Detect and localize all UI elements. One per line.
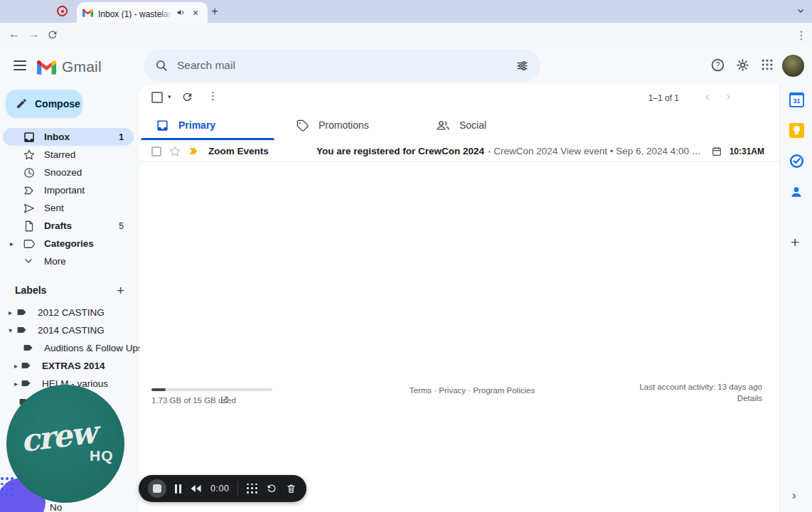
calendar-icon[interactable]: 31 xyxy=(789,92,804,107)
get-add-ons-icon[interactable]: + xyxy=(791,234,799,251)
tasks-icon[interactable] xyxy=(789,154,804,169)
browser-toolbar: ← → mail.google.com/mail/u/3/#inbox ⋮ xyxy=(0,23,812,47)
inbox-icon xyxy=(23,131,36,144)
sidebar-item-inbox[interactable]: Inbox 1 xyxy=(3,128,134,146)
storage-progress-fill xyxy=(151,388,166,391)
chevron-right-icon[interactable]: ▸ xyxy=(10,240,14,247)
tab-primary[interactable]: Primary xyxy=(139,110,279,140)
pagination-label: 1–1 of 1 xyxy=(648,93,679,103)
account-avatar[interactable] xyxy=(782,55,804,77)
sidebar-item-sent[interactable]: Sent xyxy=(3,199,134,217)
crew-script-text: crew xyxy=(18,415,97,459)
legal-links[interactable]: Terms · Privacy · Program Policies xyxy=(401,386,543,395)
settings-gear-icon[interactable] xyxy=(735,58,751,73)
keep-icon[interactable] xyxy=(789,123,804,138)
email-subject-line: You are registered for CrewCon 2024 - Cr… xyxy=(316,146,705,156)
gmail-favicon-icon xyxy=(82,9,93,17)
browser-tab-strip: Inbox (1) - wastelanderpa × + xyxy=(0,0,812,23)
search-bar[interactable] xyxy=(144,49,540,82)
older-page-icon[interactable]: › xyxy=(727,90,730,103)
tab-social[interactable]: Social xyxy=(420,110,560,140)
new-tab-button[interactable]: + xyxy=(211,4,218,18)
tab-audio-icon[interactable] xyxy=(176,8,186,17)
pause-recording-icon[interactable] xyxy=(175,484,181,494)
apps-grid-icon[interactable] xyxy=(760,58,776,73)
chevron-right-icon[interactable]: ▸ xyxy=(9,309,12,316)
storage-progress xyxy=(151,388,272,391)
tab-search-icon[interactable] xyxy=(796,6,805,15)
sidebar-item-snoozed[interactable]: Snoozed xyxy=(3,164,134,181)
clock-icon xyxy=(23,166,36,179)
rewind-icon[interactable] xyxy=(190,484,202,494)
primary-inbox-icon xyxy=(156,119,169,132)
sidebar-item-drafts[interactable]: Drafts 5 xyxy=(3,217,134,235)
labels-heading: Labels xyxy=(15,284,46,296)
browser-tab[interactable]: Inbox (1) - wastelanderpa × xyxy=(77,2,208,23)
categories-tag-icon xyxy=(23,238,36,250)
side-panel-divider xyxy=(779,85,780,512)
details-link[interactable]: Details xyxy=(737,394,762,402)
promotions-tag-icon xyxy=(296,119,309,132)
stop-recording-button[interactable] xyxy=(148,479,166,498)
send-icon xyxy=(23,202,36,215)
email-subject: You are registered for CrewCon 2024 xyxy=(316,146,484,156)
importance-marker-icon[interactable] xyxy=(188,145,200,157)
collapse-panel-icon[interactable]: › xyxy=(792,489,796,503)
label-2014-casting[interactable]: ▾ 2014 CASTING xyxy=(9,322,105,338)
chevron-down-icon[interactable]: ▾ xyxy=(9,326,12,334)
tab-title: Inbox (1) - wastelanderpa xyxy=(98,7,172,18)
sidebar-item-categories[interactable]: ▸ Categories xyxy=(3,235,134,252)
chevron-down-icon xyxy=(23,255,36,268)
list-toolbar: ▾ ⋮ 1–1 of 1 ‹ › xyxy=(139,85,780,110)
recorder-apps-grid-icon[interactable] xyxy=(247,484,257,494)
newer-page-icon[interactable]: ‹ xyxy=(705,90,709,103)
create-label-icon[interactable]: + xyxy=(117,283,124,299)
star-icon xyxy=(23,149,36,161)
search-input[interactable] xyxy=(177,59,515,72)
important-marker-icon xyxy=(23,184,36,197)
label-tag-icon xyxy=(21,378,32,389)
chevron-right-icon[interactable]: ▸ xyxy=(14,380,18,388)
draft-icon xyxy=(23,220,36,233)
more-options-icon[interactable]: ⋮ xyxy=(208,90,218,102)
star-toggle-icon[interactable] xyxy=(169,145,181,158)
back-icon[interactable]: ← xyxy=(9,28,20,41)
search-icon[interactable] xyxy=(155,59,169,73)
compose-button[interactable]: Compose xyxy=(6,90,82,117)
recorder-divider xyxy=(237,481,238,496)
sidebar-item-starred[interactable]: Starred xyxy=(3,146,134,164)
browser-menu-icon[interactable]: ⋮ xyxy=(796,28,807,42)
reload-icon[interactable] xyxy=(47,29,58,41)
email-time: 10:31AM xyxy=(730,146,764,156)
drag-handle-dots-icon[interactable] xyxy=(1,477,14,496)
forward-icon[interactable]: → xyxy=(28,28,40,41)
label-extras-2014[interactable]: ▸ EXTRAS 2014 xyxy=(14,358,105,373)
help-icon[interactable]: ? xyxy=(710,58,726,73)
refresh-icon[interactable] xyxy=(181,91,193,103)
chevron-right-icon[interactable]: ▸ xyxy=(14,362,18,370)
label-2012-casting[interactable]: ▸ 2012 CASTING xyxy=(9,304,105,320)
email-sender: Zoom Events xyxy=(208,146,316,156)
contacts-icon[interactable] xyxy=(789,185,804,200)
svg-text:?: ? xyxy=(716,60,720,69)
restart-recording-icon[interactable] xyxy=(266,483,277,494)
tab-close-icon[interactable]: × xyxy=(193,8,198,18)
social-people-icon xyxy=(436,118,450,132)
tab-promotions[interactable]: Promotions xyxy=(279,110,420,140)
select-all-checkbox[interactable] xyxy=(151,92,163,103)
label-auditions-follow-ups[interactable]: Auditions & Follow Ups xyxy=(23,340,143,356)
delete-recording-icon[interactable] xyxy=(286,483,297,494)
active-tab-underline xyxy=(141,138,274,140)
sidebar-item-more[interactable]: More xyxy=(3,252,134,270)
mail-list-panel: ▾ ⋮ 1–1 of 1 ‹ › Primary Promotions Soci… xyxy=(139,85,780,512)
email-checkbox[interactable] xyxy=(151,146,161,156)
calendar-attachment-icon[interactable] xyxy=(711,146,722,157)
select-dropdown-caret[interactable]: ▾ xyxy=(168,93,171,100)
email-row[interactable]: Zoom Events You are registered for CrewC… xyxy=(139,141,780,162)
main-menu-icon[interactable] xyxy=(14,60,26,70)
search-filters-icon[interactable] xyxy=(515,59,529,73)
storage-external-link-icon[interactable] xyxy=(220,395,229,405)
label-tag-icon xyxy=(23,342,34,353)
inbox-category-tabs: Primary Promotions Social xyxy=(139,110,780,140)
sidebar-item-important[interactable]: Important xyxy=(3,181,134,199)
